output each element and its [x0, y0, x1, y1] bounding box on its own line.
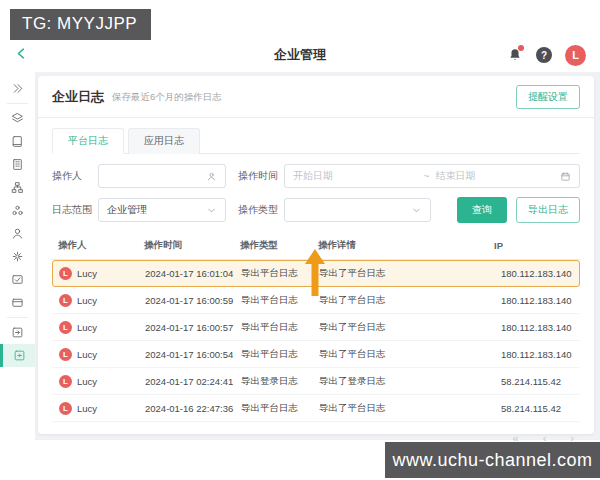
cell-operator: Lucy: [77, 349, 97, 360]
tab-platform-log[interactable]: 平台日志: [52, 128, 124, 154]
person-icon: [206, 171, 217, 182]
sidebar-item-org[interactable]: [0, 176, 35, 199]
search-button[interactable]: 查询: [457, 197, 507, 223]
col-operator: 操作人: [56, 239, 142, 252]
cell-time: 2024-01-17 16:00:59: [139, 295, 235, 306]
tab-app-log[interactable]: 应用日志: [128, 128, 200, 154]
sidebar-item-user[interactable]: [0, 222, 35, 245]
scope-value: 企业管理: [107, 203, 147, 217]
cell-time: 2024-01-17 16:00:54: [139, 349, 235, 360]
card-header: 企业日志 保存最近6个月的操作日志 提醒设置: [38, 76, 594, 118]
scope-label: 日志范围: [52, 203, 98, 217]
sidebar-item-logs[interactable]: [0, 344, 35, 367]
type-select[interactable]: [284, 198, 431, 222]
cell-ip: 58.214.115.42: [495, 403, 579, 414]
notification-dot: [518, 45, 524, 51]
team-icon: [11, 204, 24, 217]
sidebar-item-docs[interactable]: [0, 130, 35, 153]
gear-icon: [11, 250, 24, 263]
book-icon: [11, 135, 24, 148]
cell-time: 2024-01-17 16:00:57: [139, 322, 235, 333]
date-range-picker[interactable]: 开始日期 ~ 结束日期: [284, 164, 580, 188]
cell-ip: 180.112.183.140: [495, 322, 579, 333]
sidebar-divider: [7, 317, 28, 318]
cell-detail: 导出了平台日志: [313, 321, 495, 334]
table-row[interactable]: LLucy 2024-01-17 16:00:57 导出平台日志 导出了平台日志…: [52, 314, 580, 341]
type-label: 操作类型: [238, 203, 284, 217]
cell-ip: 180.112.183.140: [495, 295, 579, 306]
sidebar-item-workbench[interactable]: [0, 107, 35, 130]
cell-detail: 导出了平台日志: [313, 348, 495, 361]
cell-operator: Lucy: [77, 403, 97, 414]
tg-badge: TG: MYYJJPP: [10, 9, 151, 40]
user-icon: [11, 227, 24, 240]
sidebar-item-team[interactable]: [0, 199, 35, 222]
scope-select[interactable]: 企业管理: [98, 198, 226, 222]
bell-icon[interactable]: [507, 47, 523, 63]
export-icon: [11, 326, 24, 339]
export-log-button[interactable]: 导出日志: [516, 197, 580, 223]
org-tree-icon: [11, 181, 24, 194]
app-header: 企业管理 ? L: [0, 38, 600, 72]
reminder-settings-button[interactable]: 提醒设置: [516, 85, 580, 109]
card-icon: [11, 296, 24, 309]
end-date-placeholder[interactable]: 结束日期: [435, 169, 560, 183]
cell-time: 2024-01-17 16:01:04: [139, 268, 235, 279]
row-avatar: L: [59, 267, 72, 280]
operator-input-box: [98, 164, 226, 188]
row-avatar: L: [59, 402, 72, 415]
cell-operator: Lucy: [77, 376, 97, 387]
cell-detail: 导出了登录日志: [313, 375, 495, 388]
sidebar-item-billing[interactable]: [0, 291, 35, 314]
calendar-icon: [560, 171, 571, 182]
cell-operator: Lucy: [77, 295, 97, 306]
avatar[interactable]: L: [565, 45, 586, 66]
chevron-left-icon: [14, 46, 29, 65]
table-row[interactable]: LLucy 2024-01-17 02:24:41 导出登录日志 导出了登录日志…: [52, 368, 580, 395]
log-export-icon: [13, 349, 26, 362]
help-icon[interactable]: ?: [536, 47, 552, 63]
cell-time: 2024-01-17 02:24:41: [139, 376, 235, 387]
sidebar-divider: [7, 103, 28, 104]
cell-type: 导出登录日志: [235, 375, 313, 388]
back-button[interactable]: [14, 46, 29, 65]
chevron-down-icon: [411, 205, 422, 216]
cell-ip: 58.214.115.42: [495, 376, 579, 387]
card-subtitle: 保存最近6个月的操作日志: [112, 91, 222, 104]
col-ip: IP: [492, 240, 576, 251]
cell-detail: 导出了平台日志: [313, 267, 495, 280]
cell-detail: 导出了平台日志: [313, 402, 495, 415]
row-avatar: L: [59, 375, 72, 388]
up-arrow-icon: [303, 249, 327, 300]
chevrons-right-icon: [11, 82, 24, 95]
cell-type: 导出平台日志: [235, 402, 313, 415]
cell-ip: 180.112.183.140: [495, 268, 579, 279]
watermark: www.uchu-channel.com: [385, 442, 600, 478]
filter-form: 操作人 操作时间 开始日期 ~ 结束日期 日志范围 企业管理: [38, 154, 594, 223]
cell-type: 导出平台日志: [235, 294, 313, 307]
sidebar-item-export[interactable]: [0, 321, 35, 344]
sidebar-collapse[interactable]: [0, 77, 35, 100]
sidebar-item-settings[interactable]: [0, 245, 35, 268]
row-avatar: L: [59, 294, 72, 307]
tab-bar: 平台日志 应用日志: [52, 127, 580, 154]
cell-time: 2024-01-16 22:47:36: [139, 403, 235, 414]
sidebar-item-company[interactable]: [0, 153, 35, 176]
operator-input[interactable]: [107, 170, 206, 183]
cell-ip: 180.112.183.140: [495, 349, 579, 360]
cell-type: 导出平台日志: [235, 267, 313, 280]
layers-icon: [11, 112, 24, 125]
start-date-placeholder[interactable]: 开始日期: [293, 169, 418, 183]
page-title: 企业管理: [274, 46, 326, 64]
table-row[interactable]: LLucy 2024-01-17 16:00:54 导出平台日志 导出了平台日志…: [52, 341, 580, 368]
table-row[interactable]: LLucy 2024-01-16 22:47:36 导出平台日志 导出了平台日志…: [52, 395, 580, 422]
sidebar-item-approval[interactable]: [0, 268, 35, 291]
col-detail: 操作详情: [316, 239, 492, 252]
row-avatar: L: [59, 321, 72, 334]
cell-operator: Lucy: [77, 268, 97, 279]
time-label: 操作时间: [238, 169, 284, 183]
cell-type: 导出平台日志: [235, 321, 313, 334]
col-time: 操作时间: [142, 239, 238, 252]
card-title: 企业日志: [52, 88, 104, 106]
mail-check-icon: [11, 273, 24, 286]
